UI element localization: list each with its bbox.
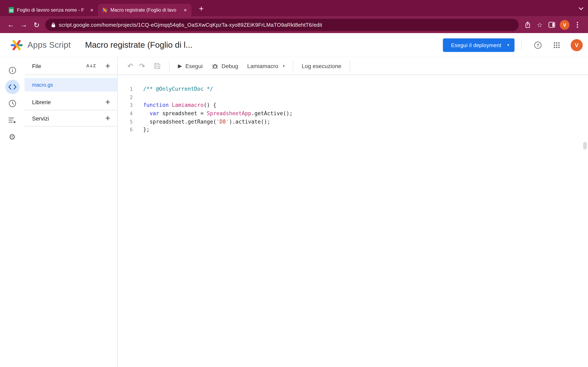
url-text: script.google.com/home/projects/1CQ-eGjm… <box>59 22 322 28</box>
code-text: function Lamiamacro() { <box>133 101 216 109</box>
browser-tab-apps-script[interactable]: Macro registrate (Foglio di lavo ✕ <box>98 4 191 17</box>
deploy-button[interactable]: Esegui il deployment ▾ <box>443 38 515 52</box>
code-line[interactable]: 4 var spreadsheet = SpreadsheetApp.getAc… <box>118 109 588 118</box>
execution-log-button[interactable]: Log esecuzione <box>297 59 346 73</box>
add-service-button[interactable]: + <box>103 114 112 123</box>
back-button[interactable]: ← <box>4 18 17 31</box>
tab-close-icon[interactable]: ✕ <box>89 7 95 13</box>
browser-address-bar: ← → ↻ script.google.com/home/projects/1C… <box>0 17 588 33</box>
run-play-icon: ▶ <box>178 63 182 69</box>
code-line[interactable]: 6}; <box>118 126 588 134</box>
lock-icon <box>51 22 55 27</box>
reload-button[interactable]: ↻ <box>30 18 43 31</box>
undo-icon[interactable]: ↶ <box>126 62 135 70</box>
code-line[interactable]: 2 <box>118 93 588 101</box>
debug-bug-icon <box>212 63 218 69</box>
dropdown-caret-icon: ▾ <box>283 64 285 68</box>
forward-button[interactable]: → <box>17 18 30 31</box>
debug-button[interactable]: Debug <box>207 59 243 73</box>
side-panel-icon[interactable] <box>546 19 558 31</box>
browser-tab-sheets[interactable]: Foglio di lavoro senza nome - F ✕ <box>4 4 98 17</box>
line-number: 6 <box>118 126 133 134</box>
apps-script-logo-icon <box>10 39 23 50</box>
deploy-button-label: Esegui il deployment <box>451 42 501 48</box>
editor-pane: ↶ ↷ ▶ Esegui Debug Lamiamacro <box>118 57 588 367</box>
code-text: var spreadsheet = SpreadsheetApp.getActi… <box>133 109 293 118</box>
line-number: 5 <box>118 118 133 126</box>
main-content: ⚙ File A Z + macro.gs Librerie + <box>0 57 588 367</box>
editor-scrollbar[interactable] <box>583 142 587 150</box>
files-panel-title: File <box>32 63 86 69</box>
editor-code-icon[interactable] <box>5 80 19 94</box>
toolbar-divider <box>293 60 293 71</box>
run-button[interactable]: ▶ Esegui <box>173 59 207 73</box>
google-apps-grid-icon[interactable] <box>552 40 562 50</box>
google-sheets-favicon-icon <box>8 7 15 13</box>
code-editor[interactable]: 1/** @OnlyCurrentDoc */23function Lamiam… <box>118 75 588 367</box>
save-icon[interactable] <box>153 62 162 69</box>
code-line[interactable]: 1/** @OnlyCurrentDoc */ <box>118 85 588 93</box>
apps-script-favicon-icon <box>102 7 108 13</box>
add-file-button[interactable]: + <box>103 61 112 70</box>
url-bar[interactable]: script.google.com/home/projects/1CQ-eGjm… <box>45 19 519 31</box>
new-tab-button[interactable]: + <box>196 3 207 14</box>
section-label: Librerie <box>32 99 103 105</box>
triggers-clock-icon[interactable] <box>5 96 19 111</box>
section-label: Servizi <box>32 115 103 121</box>
code-text: spreadsheet.getRange('D8').activate(); <box>133 118 270 126</box>
app-header: Apps Script Macro registrate (Foglio di … <box>0 33 588 57</box>
left-nav-rail: ⚙ <box>0 57 25 367</box>
deploy-caret-icon: ▾ <box>507 43 509 47</box>
code-lines: 1/** @OnlyCurrentDoc */23function Lamiam… <box>118 85 588 134</box>
toolbar-divider <box>169 60 170 71</box>
line-number: 4 <box>118 109 133 118</box>
macro-selector-dropdown[interactable]: Lamiamacro ▾ <box>243 59 289 73</box>
run-label: Esegui <box>185 63 203 69</box>
executions-list-icon[interactable] <box>5 113 19 127</box>
sort-a: A <box>86 64 89 68</box>
browser-profile-avatar[interactable]: V <box>560 20 570 30</box>
line-number: 1 <box>118 85 133 93</box>
services-section: Servizi + <box>25 110 117 126</box>
file-name: macro.gs <box>32 82 53 88</box>
toolbar-divider <box>350 60 350 71</box>
project-title[interactable]: Macro registrate (Foglio di l... <box>85 40 192 50</box>
svg-text:?: ? <box>536 43 539 47</box>
tab-title: Macro registrate (Foglio di lavo <box>111 8 180 13</box>
header-divider <box>521 40 522 49</box>
sort-files-icon[interactable]: A Z <box>86 64 96 68</box>
execution-log-label: Log esecuzione <box>302 63 341 69</box>
redo-icon[interactable]: ↷ <box>138 62 147 70</box>
tab-title: Foglio di lavoro senza nome - F <box>17 8 86 13</box>
brand-name[interactable]: Apps Script <box>27 40 71 50</box>
code-text <box>133 93 143 101</box>
libraries-section: Librerie + <box>25 94 117 110</box>
share-icon[interactable] <box>522 19 534 31</box>
code-text: }; <box>133 126 150 134</box>
tab-close-icon[interactable]: ✕ <box>182 7 189 13</box>
code-line[interactable]: 3function Lamiamacro() { <box>118 101 588 109</box>
settings-gear-icon[interactable]: ⚙ <box>5 129 19 144</box>
account-avatar[interactable]: V <box>571 39 583 51</box>
code-text: /** @OnlyCurrentDoc */ <box>133 85 213 93</box>
line-number: 2 <box>118 93 133 101</box>
file-item-macro-gs[interactable]: macro.gs <box>25 78 117 91</box>
screen: Foglio di lavoro senza nome - F ✕ Macro … <box>0 0 588 367</box>
overview-info-icon[interactable] <box>5 63 19 77</box>
browser-menu-icon[interactable] <box>571 19 584 31</box>
line-number: 3 <box>118 101 133 109</box>
gear-glyph: ⚙ <box>9 133 16 141</box>
sort-z: Z <box>93 64 96 68</box>
macro-selector-label: Lamiamacro <box>247 63 278 69</box>
browser-tab-strip: Foglio di lavoro senza nome - F ✕ Macro … <box>0 0 588 17</box>
files-panel: File A Z + macro.gs Librerie + Servizi + <box>25 57 118 367</box>
code-line[interactable]: 5 spreadsheet.getRange('D8').activate(); <box>118 118 588 126</box>
help-icon[interactable]: ? <box>533 40 543 50</box>
tab-search-chevron-icon[interactable] <box>579 5 584 12</box>
bookmark-star-icon[interactable]: ☆ <box>534 19 546 31</box>
add-library-button[interactable]: + <box>103 98 112 106</box>
editor-toolbar: ↶ ↷ ▶ Esegui Debug Lamiamacro <box>118 57 588 75</box>
debug-label: Debug <box>222 63 238 69</box>
files-panel-header: File A Z + <box>25 57 117 75</box>
